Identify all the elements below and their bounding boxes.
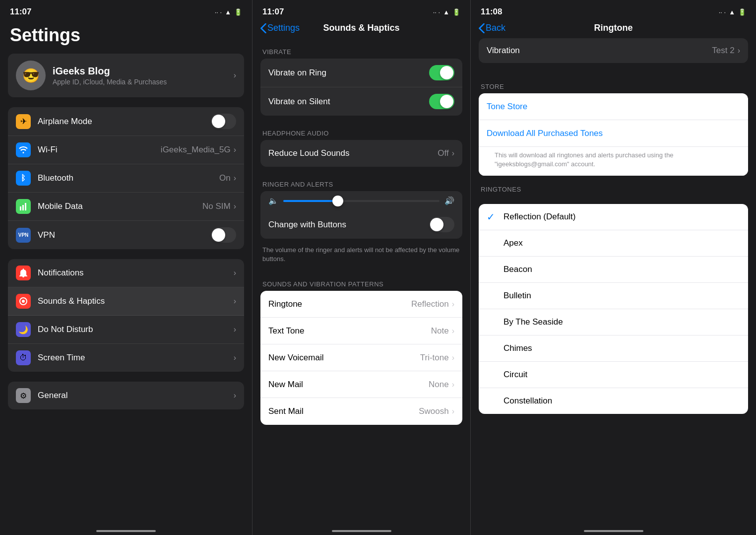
sent-mail-value: Swoosh xyxy=(419,406,448,416)
cell-circuit[interactable]: ✓ Circuit xyxy=(479,362,748,388)
vibrate-ring-label: Vibrate on Ring xyxy=(268,68,429,78)
apex-name: Apex xyxy=(504,238,740,248)
cell-wifi[interactable]: Wi-Fi iGeeks_Media_5G › xyxy=(8,136,244,164)
beacon-name: Beacon xyxy=(504,265,740,274)
cell-text-tone[interactable]: Text Tone Note › xyxy=(260,318,462,344)
vibration-value: Test 2 xyxy=(712,46,734,56)
cell-vibrate-ring[interactable]: Vibrate on Ring xyxy=(260,59,462,87)
nav-title-2: Sounds & Haptics xyxy=(323,23,399,33)
svg-rect-0 xyxy=(20,206,21,210)
nav-bar-3: Back Ringtone xyxy=(471,21,756,38)
home-indicator-3 xyxy=(584,530,643,532)
general-chevron: › xyxy=(234,391,236,400)
ringer-slider-track[interactable] xyxy=(283,200,440,202)
new-mail-value: None xyxy=(429,380,449,390)
screen-time-chevron: › xyxy=(234,353,236,362)
airplane-mode-text: Airplane Mode xyxy=(38,117,211,127)
cell-ringtone[interactable]: Ringtone Reflection › xyxy=(260,291,462,318)
vibration-label: Vibration xyxy=(487,46,712,56)
vibrate-ring-toggle[interactable] xyxy=(429,65,454,80)
cell-sent-mail[interactable]: Sent Mail Swoosh › xyxy=(260,398,462,425)
cell-reflection[interactable]: ✓ Reflection (Default) xyxy=(479,204,748,230)
vibrate-silent-toggle[interactable] xyxy=(429,94,454,109)
nav-back-label-2: Settings xyxy=(267,23,300,33)
dnd-chevron: › xyxy=(234,325,236,334)
chimes-name: Chimes xyxy=(504,343,740,353)
cell-chimes[interactable]: ✓ Chimes xyxy=(479,335,748,362)
cell-change-buttons[interactable]: Change with Buttons xyxy=(260,210,462,239)
signal-icon-3: ·· · xyxy=(719,8,726,16)
cell-mobile-data[interactable]: Mobile Data No SIM › xyxy=(8,193,244,221)
notifications-text: Notifications xyxy=(38,268,234,278)
sounds-label: Sounds & Haptics xyxy=(38,296,234,306)
screen-time-text: Screen Time xyxy=(38,353,234,363)
cell-general[interactable]: ⚙ General › xyxy=(8,382,244,409)
reflection-check: ✓ xyxy=(487,211,499,223)
screen-time-label: Screen Time xyxy=(38,353,234,363)
bluetooth-value: On xyxy=(219,173,231,183)
cell-download-tones[interactable]: Download All Purchased Tones xyxy=(479,120,748,147)
vibrate-silent-thumb xyxy=(440,95,453,108)
reduce-loud-value: Off xyxy=(438,148,448,158)
ringer-slider-thumb[interactable] xyxy=(332,196,343,206)
cell-screen-time[interactable]: ⏱ Screen Time › xyxy=(8,344,244,372)
cell-notifications[interactable]: Notifications › xyxy=(8,259,244,287)
ringer-slider-row[interactable]: 🔈 🔊 xyxy=(260,191,462,210)
status-bar-2: 11:07 ·· · ▲ 🔋 xyxy=(252,0,470,21)
airplane-mode-label: Airplane Mode xyxy=(38,117,211,127)
mobile-data-icon xyxy=(16,199,31,214)
bluetooth-label: Bluetooth xyxy=(38,173,219,183)
ringer-alerts-label: RINGER AND ALERTS xyxy=(252,171,470,191)
vibrate-ring-thumb xyxy=(440,66,453,79)
cell-tone-store[interactable]: Tone Store xyxy=(479,93,748,120)
wifi-chevron: › xyxy=(234,145,236,154)
cell-reduce-loud[interactable]: Reduce Loud Sounds Off › xyxy=(260,140,462,167)
vpn-toggle[interactable] xyxy=(211,227,236,243)
cell-by-the-seaside[interactable]: ✓ By The Seaside xyxy=(479,309,748,335)
cell-apex[interactable]: ✓ Apex xyxy=(479,230,748,257)
change-buttons-thumb xyxy=(430,218,443,231)
cell-bluetooth[interactable]: ᛒ Bluetooth On › xyxy=(8,164,244,193)
ringer-group: 🔈 🔊 Change with Buttons xyxy=(260,191,462,239)
cell-vpn[interactable]: VPN VPN xyxy=(8,221,244,249)
mobile-data-label: Mobile Data xyxy=(38,201,202,211)
change-buttons-toggle[interactable] xyxy=(429,217,454,232)
notifications-label: Notifications xyxy=(38,268,234,278)
status-bar-3: 11:08 ·· · ▲ 🔋 xyxy=(471,0,756,21)
profile-chevron: › xyxy=(234,71,236,80)
text-tone-label: Text Tone xyxy=(268,326,431,336)
sent-mail-chevron: › xyxy=(452,407,454,416)
general-text: General xyxy=(38,391,234,401)
settings-scroll: 😎 iGeeks Blog Apple ID, iCloud, Media & … xyxy=(0,54,252,526)
wifi-value: iGeeks_Media_5G xyxy=(161,145,231,155)
cell-airplane-mode[interactable]: ✈ Airplane Mode xyxy=(8,107,244,136)
change-buttons-label: Change with Buttons xyxy=(268,220,429,230)
cell-new-mail[interactable]: New Mail None › xyxy=(260,371,462,398)
wifi-icon-3: ▲ xyxy=(729,8,735,16)
signal-icon-2: ·· · xyxy=(433,8,440,16)
cell-vibration[interactable]: Vibration Test 2 › xyxy=(479,38,748,63)
cell-do-not-disturb[interactable]: 🌙 Do Not Disturb › xyxy=(8,316,244,344)
nav-back-3[interactable]: Back xyxy=(479,23,505,33)
cell-vibrate-silent[interactable]: Vibrate on Silent xyxy=(260,87,462,116)
profile-cell[interactable]: 😎 iGeeks Blog Apple ID, iCloud, Media & … xyxy=(8,54,244,97)
ringtone-chevron: › xyxy=(452,300,454,309)
avatar: 😎 xyxy=(16,61,46,90)
nav-back-2[interactable]: Settings xyxy=(260,23,300,33)
sounds-text: Sounds & Haptics xyxy=(38,296,234,306)
mobile-data-value: No SIM xyxy=(202,201,231,211)
cell-beacon[interactable]: ✓ Beacon xyxy=(479,257,748,283)
cell-new-voicemail[interactable]: New Voicemail Tri-tone › xyxy=(260,344,462,371)
ringtone-panel: 11:08 ·· · ▲ 🔋 Back Ringtone Vibration T… xyxy=(470,0,756,535)
home-indicator-2 xyxy=(332,530,391,532)
text-tone-value: Note xyxy=(431,326,449,336)
vibration-group: Vibration Test 2 › xyxy=(479,38,748,63)
vpn-label: VPN xyxy=(38,230,211,240)
airplane-mode-toggle[interactable] xyxy=(211,114,236,129)
constellation-name: Constellation xyxy=(504,396,740,406)
cell-constellation[interactable]: ✓ Constellation xyxy=(479,388,748,414)
cell-bulletin[interactable]: ✓ Bulletin xyxy=(479,283,748,309)
cell-sounds-haptics[interactable]: Sounds & Haptics › xyxy=(8,287,244,316)
notifications-icon xyxy=(16,266,31,280)
new-voicemail-chevron: › xyxy=(452,353,454,362)
